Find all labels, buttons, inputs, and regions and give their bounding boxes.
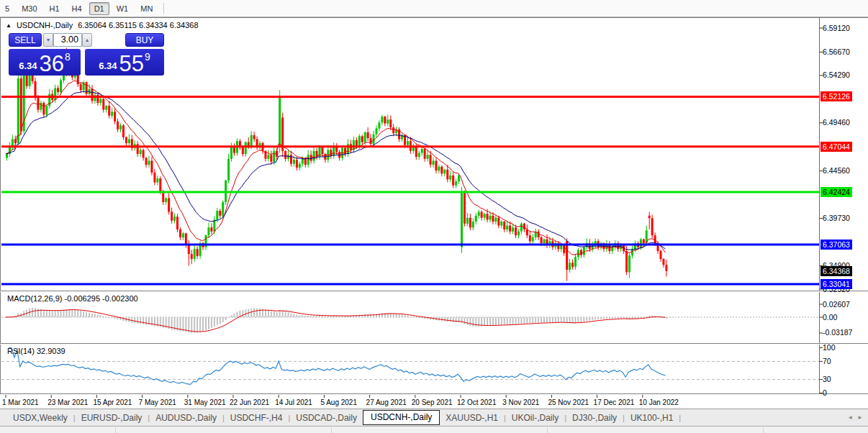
price-level-label: 6.33041	[820, 279, 852, 289]
rsi-indicator-label: RSI(14) 32.9039	[7, 347, 65, 355]
timeframe-5[interactable]: 5	[0, 2, 14, 15]
chart-title: ▲ USDCNH-,Daily 6.35064 6.35115 6.34334 …	[6, 21, 199, 29]
date-label: 7 May 2021	[139, 398, 176, 406]
buy-price-sup: 9	[145, 51, 150, 63]
chart-tab-dj30-daily[interactable]: DJ30-,Daily	[566, 411, 623, 425]
price-level-label: 6.52126	[820, 91, 852, 101]
price-axis-tick: 6.59120	[823, 24, 850, 33]
chart-tab-audusd-daily[interactable]: AUDUSD-,Daily	[150, 411, 222, 425]
macd-axis-tick: 0.00	[823, 313, 837, 322]
rsi-axis-tick: 30	[823, 375, 831, 384]
date-label: 14 Jul 2021	[275, 398, 312, 406]
sell-price-display[interactable]: 6.34 36 8	[9, 49, 81, 76]
rsi-axis-tick: 70	[823, 357, 831, 366]
statusbar-separator	[547, 427, 548, 433]
one-click-trade-panel: SELL ▼ 3.00 ▲ BUY 6.34 36 8 6.34 55 9	[9, 33, 164, 76]
status-bar	[0, 426, 868, 433]
timeframe-D1[interactable]: D1	[89, 2, 109, 15]
timeframe-W1[interactable]: W1	[112, 2, 134, 15]
buy-price-display[interactable]: 6.34 55 9	[85, 49, 164, 76]
collapse-panel-icon[interactable]: ▲	[6, 22, 12, 29]
triangle-up-icon: ▲	[85, 37, 90, 42]
price-axis-tick: 6.54290	[823, 70, 850, 80]
statusbar-separator	[115, 427, 116, 433]
price-axis-tick: 6.49460	[823, 118, 850, 127]
macd-indicator-label: MACD(12,26,9) -0.006295 -0.002300	[7, 294, 138, 303]
sell-price-prefix: 6.34	[19, 60, 37, 71]
statusbar-separator	[763, 427, 764, 433]
chart-symbol-label: USDCNH-,Daily	[17, 21, 73, 29]
tab-divider: |	[679, 414, 681, 422]
date-label: 10 Jan 2022	[639, 398, 679, 406]
macd-axis-tick: -0.03187	[823, 328, 852, 337]
tab-scroll-left-button[interactable]: ◄	[847, 414, 853, 421]
chart-tab-usdchf-h4[interactable]: USDCHF-,H4	[225, 411, 289, 425]
chart-area[interactable]: ▲ USDCNH-,Daily 6.35064 6.35115 6.34334 …	[0, 17, 868, 409]
price-axis-tick: 6.56670	[823, 47, 850, 57]
buy-price-prefix: 6.34	[99, 60, 117, 71]
date-label: 5 Aug 2021	[320, 398, 357, 406]
chart-tab-usdcnh-daily[interactable]: USDCNH-,Daily	[363, 410, 440, 425]
price-level-label: 6.47044	[820, 142, 852, 152]
sell-button[interactable]: SELL	[9, 33, 42, 47]
chart-tab-ukoil-daily[interactable]: UKOil-,Daily	[506, 411, 564, 425]
toolbar-separator	[163, 3, 164, 14]
current-price-label: 6.34368	[820, 266, 852, 276]
price-level-label: 6.37063	[820, 240, 852, 250]
timeframe-H4[interactable]: H4	[67, 2, 87, 15]
rsi-axis-tick: 0	[823, 388, 827, 398]
date-label: 22 Jun 2021	[230, 398, 269, 406]
date-label: 3 Nov 2021	[502, 398, 539, 406]
date-label: 20 Sep 2021	[412, 398, 453, 406]
date-label: 23 Mar 2021	[48, 398, 88, 406]
chart-tab-usdx-weekly[interactable]: USDX,Weekly	[7, 411, 73, 425]
volume-decrement-button[interactable]: ▼	[43, 33, 53, 47]
date-label: 12 Oct 2021	[457, 398, 496, 406]
date-label: 25 Nov 2021	[548, 398, 589, 406]
macd-axis-tick: 0.02607	[823, 300, 850, 309]
price-axis-tick: 6.44560	[823, 166, 850, 176]
volume-increment-button[interactable]: ▲	[82, 33, 92, 47]
timeframe-M30[interactable]: M30	[17, 2, 42, 15]
sell-price-sup: 8	[65, 51, 71, 63]
statusbar-separator	[331, 427, 332, 433]
mt4-window: 5M30H1H4D1W1MN ▲ USDCNH-,Daily 6.35064 6…	[0, 0, 868, 433]
price-axis-tick: 6.39730	[823, 214, 850, 223]
timeframe-toolbar: 5M30H1H4D1W1MN	[0, 0, 868, 17]
triangle-down-icon: ▼	[46, 37, 51, 42]
sell-price-big: 36	[40, 53, 64, 74]
rsi-axis-tick: 100	[823, 343, 836, 352]
tab-scroll-arrows: ◄ ►	[847, 409, 863, 426]
buy-price-big: 55	[119, 53, 144, 74]
volume-input[interactable]: 3.00	[53, 33, 82, 47]
chart-ohlc-quote: 6.35064 6.35115 6.34334 6.34368	[78, 21, 198, 29]
buy-button[interactable]: BUY	[125, 33, 164, 47]
chart-tab-xauusd-h1[interactable]: XAUUSD-,H1	[440, 411, 504, 425]
date-label: 17 Dec 2021	[594, 398, 635, 406]
timeframe-MN[interactable]: MN	[135, 2, 158, 15]
timeframe-H1[interactable]: H1	[45, 2, 65, 15]
tab-scroll-right-button[interactable]: ►	[857, 414, 863, 421]
chart-tab-usdcad-daily[interactable]: USDCAD-,Daily	[290, 411, 363, 425]
chart-tab-eurusd-daily[interactable]: EURUSD-,Daily	[76, 411, 148, 425]
date-label: 31 May 2021	[184, 398, 226, 406]
date-label: 15 Apr 2021	[93, 398, 132, 406]
date-label: 1 Mar 2021	[2, 398, 39, 406]
chart-tabs-bar: USDX,Weekly|EURUSD-,Daily|AUDUSD-,Daily|…	[0, 409, 868, 426]
date-label: 27 Aug 2021	[366, 398, 407, 406]
chart-tab-uk100-h1[interactable]: UK100-,H1	[625, 411, 679, 425]
price-level-label: 6.42424	[820, 187, 852, 197]
